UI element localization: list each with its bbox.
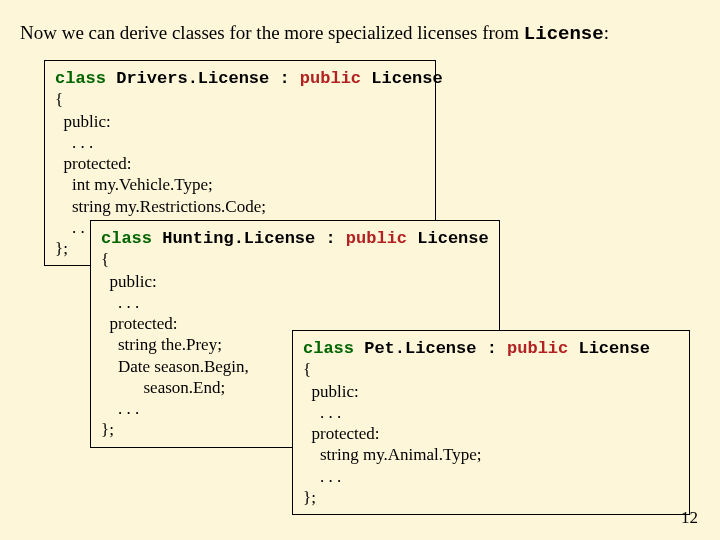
code-text: Hunting.License : [152,229,346,248]
code-line: public: [101,272,157,291]
code-line: . . . [55,218,93,237]
code-line: . . . [303,467,341,486]
code-line: . . . [101,399,139,418]
code-line: { [55,90,63,109]
code-line: . . . [101,293,139,312]
code-box-pet-license: class Pet.License : public License { pub… [292,330,690,515]
code-line: protected: [101,314,177,333]
code-line: string the.Prey; [101,335,222,354]
code-line: string my.Restrictions.Code; [55,197,266,216]
code-text: License [361,69,443,88]
code-line: public: [55,112,111,131]
code-line: }; [101,420,114,439]
code-line: int my.Vehicle.Type; [55,175,213,194]
intro-pre: Now we can derive classes for the more s… [20,22,524,43]
intro-text: Now we can derive classes for the more s… [20,22,700,45]
keyword-public: public [507,339,568,358]
keyword-public: public [346,229,407,248]
code-text: Pet.License : [354,339,507,358]
code-line: { [101,250,109,269]
code-line: }; [303,488,316,507]
code-line: season.End; [101,378,225,397]
code-line: string my.Animal.Type; [303,445,482,464]
code-line: protected: [303,424,379,443]
keyword-class: class [101,229,152,248]
code-line: public: [303,382,359,401]
intro-mono: License [524,23,604,45]
code-line: . . . [303,403,341,422]
slide-page: Now we can derive classes for the more s… [0,0,720,540]
page-number: 12 [681,508,698,528]
keyword-class: class [303,339,354,358]
code-line: . . . [55,133,93,152]
keyword-public: public [300,69,361,88]
code-text: License [568,339,650,358]
code-line: protected: [55,154,131,173]
code-line: Date season.Begin, [101,357,249,376]
code-text: License [407,229,489,248]
intro-post: : [604,22,609,43]
keyword-class: class [55,69,106,88]
code-line: }; [55,239,68,258]
code-line: { [303,360,311,379]
code-text: Drivers.License : [106,69,300,88]
